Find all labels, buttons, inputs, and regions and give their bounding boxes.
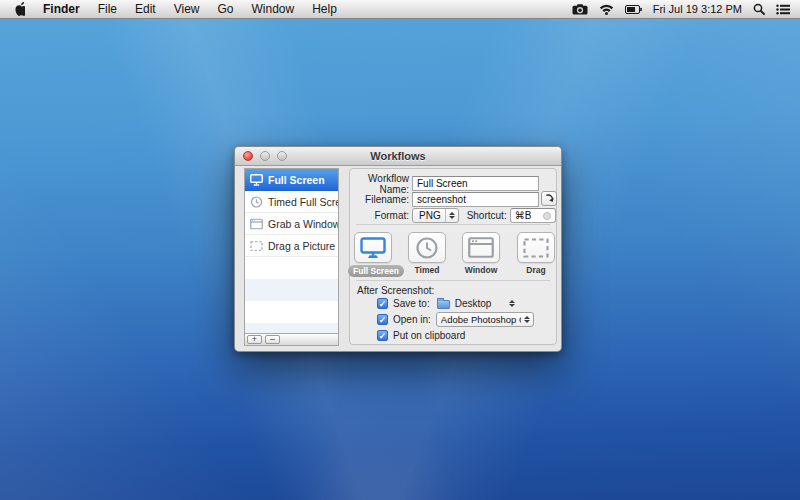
capture-type-timed-button[interactable]: [408, 232, 446, 263]
capture-type-full-screen-button[interactable]: [354, 232, 392, 263]
traffic-lights: [243, 151, 287, 161]
workflow-item-drag-a-picture[interactable]: Drag a Picture: [245, 235, 338, 257]
clock-icon: [415, 236, 439, 260]
menu-bar: Finder File Edit View Go Window Help Fri…: [0, 0, 800, 19]
menu-edit[interactable]: Edit: [126, 0, 165, 18]
save-to-checkbox[interactable]: ✓: [377, 298, 388, 309]
popup-stepper-icon: [445, 209, 458, 222]
camera-status-icon[interactable]: [572, 4, 588, 15]
clipboard-label: Put on clipboard: [393, 330, 465, 341]
workflows-window: Workflows Full Screen Timed Full Screen …: [234, 146, 562, 352]
shortcut-input[interactable]: ⌘B: [510, 208, 556, 223]
drag-icon: [250, 240, 263, 252]
clear-shortcut-icon[interactable]: [543, 212, 551, 220]
workflow-item-label: Drag a Picture: [268, 240, 335, 252]
open-in-checkbox[interactable]: ✓: [377, 314, 388, 325]
filename-token-button[interactable]: [541, 191, 557, 206]
capture-type-label: Full Screen: [348, 265, 398, 277]
spotlight-search-icon[interactable]: [753, 3, 765, 15]
open-in-value: Adobe Photoshop CS5: [441, 314, 521, 325]
save-to-value[interactable]: Desktop: [455, 298, 492, 309]
menu-file[interactable]: File: [89, 0, 126, 18]
workflow-rows: Full Screen Timed Full Screen Grab a Win…: [245, 169, 338, 333]
after-screenshot-title: After Screenshot:: [357, 285, 434, 296]
menu-bar-left: Finder File Edit View Go Window Help: [4, 0, 346, 18]
format-label: Format:: [350, 210, 412, 221]
shortcut-value: ⌘B: [515, 210, 532, 221]
workflow-item-label: Full Screen: [268, 174, 325, 186]
workflow-name-row: Workflow Name: Full Screen: [350, 176, 556, 191]
filename-label: Filename:: [350, 194, 412, 205]
filename-row: Filename: screenshot: [350, 192, 556, 207]
list-footer: + –: [245, 333, 338, 345]
insert-token-icon: [544, 193, 555, 204]
add-workflow-button[interactable]: +: [247, 335, 262, 344]
menu-bar-clock[interactable]: Fri Jul 19 3:12 PM: [653, 3, 742, 15]
menu-bar-status: Fri Jul 19 3:12 PM: [572, 3, 796, 15]
section-divider: [356, 224, 550, 225]
popup-stepper-icon: [521, 313, 533, 326]
capture-type-window-button[interactable]: [462, 232, 500, 263]
open-in-popup[interactable]: Adobe Photoshop CS5: [436, 312, 534, 327]
menu-view[interactable]: View: [165, 0, 209, 18]
apple-menu[interactable]: [4, 0, 34, 18]
window-title: Workflows: [370, 150, 425, 162]
clock-icon: [250, 196, 263, 208]
format-popup[interactable]: PNG: [412, 208, 459, 223]
window-icon: [250, 218, 263, 230]
capture-type-label: Drag: [511, 265, 561, 275]
save-to-label: Save to:: [393, 298, 430, 309]
clipboard-row: ✓ Put on clipboard: [377, 329, 465, 342]
workflow-settings-group: Workflow Name: Full Screen Filename: scr…: [349, 168, 557, 345]
open-in-label: Open in:: [393, 314, 431, 325]
menu-window[interactable]: Window: [243, 0, 304, 18]
folder-icon: [437, 300, 450, 309]
capture-type-drag-button[interactable]: [517, 232, 555, 263]
menu-finder[interactable]: Finder: [34, 0, 89, 18]
drag-icon: [523, 238, 549, 258]
display-icon: [250, 174, 263, 186]
user-switch-list-icon[interactable]: [776, 4, 790, 15]
minimize-button[interactable]: [260, 151, 270, 161]
format-value: PNG: [413, 210, 445, 221]
clipboard-checkbox[interactable]: ✓: [377, 330, 388, 341]
menu-help[interactable]: Help: [303, 0, 346, 18]
capture-type-label: Window: [456, 265, 506, 275]
window-titlebar[interactable]: Workflows: [235, 147, 561, 166]
selected-capture-label: Full Screen: [348, 265, 404, 277]
workflow-item-grab-a-window[interactable]: Grab a Window: [245, 213, 338, 235]
workflow-list: Full Screen Timed Full Screen Grab a Win…: [244, 168, 339, 346]
close-button[interactable]: [243, 151, 253, 161]
display-icon: [360, 237, 386, 259]
workflow-item-timed-full-screen[interactable]: Timed Full Screen: [245, 191, 338, 213]
save-to-row: ✓ Save to: Desktop: [377, 297, 518, 310]
workflow-item-full-screen[interactable]: Full Screen: [245, 169, 338, 191]
section-divider: [356, 280, 550, 281]
remove-workflow-button[interactable]: –: [265, 335, 280, 344]
popup-stepper-icon[interactable]: [506, 297, 518, 310]
shortcut-label: Shortcut:: [459, 210, 510, 221]
menu-go[interactable]: Go: [209, 0, 243, 18]
workflow-item-label: Grab a Window: [268, 218, 338, 230]
filename-input[interactable]: screenshot: [412, 192, 539, 207]
apple-logo-icon: [13, 2, 25, 16]
wifi-status-icon[interactable]: [599, 4, 614, 15]
zoom-button[interactable]: [277, 151, 287, 161]
workflow-name-input[interactable]: Full Screen: [412, 176, 539, 191]
workflow-item-label: Timed Full Screen: [268, 196, 338, 208]
battery-status-icon[interactable]: [625, 5, 642, 14]
window-icon: [468, 237, 494, 258]
format-row: Format: PNG Shortcut: ⌘B: [350, 208, 556, 223]
capture-type-label: Timed: [402, 265, 452, 275]
open-in-row: ✓ Open in: Adobe Photoshop CS5: [377, 313, 534, 326]
window-body: Full Screen Timed Full Screen Grab a Win…: [235, 165, 561, 351]
